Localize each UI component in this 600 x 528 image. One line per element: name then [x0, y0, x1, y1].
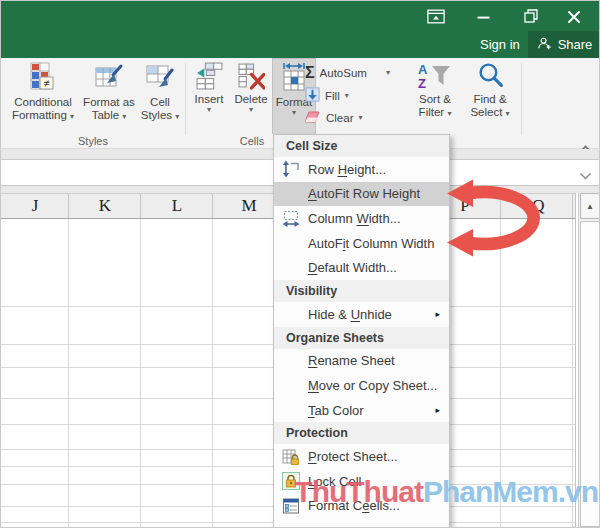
cell-styles-label-line2: Styles ▾	[141, 109, 180, 122]
menu-item-rename-sheet[interactable]: Rename Sheet	[274, 349, 449, 374]
svg-text:A: A	[418, 62, 428, 77]
clear-button[interactable]: Clear ▾	[303, 110, 363, 126]
menu-item-move-copy-sheet[interactable]: Move or Copy Sheet...	[274, 373, 449, 398]
formula-bar-expand-button[interactable]	[579, 166, 592, 184]
dropdown-caret-icon: ▾	[70, 112, 74, 121]
watermark-part1: ThuThuat	[294, 475, 423, 508]
group-divider	[185, 63, 186, 135]
default-width-label: Default Width...	[308, 260, 397, 275]
format-dropdown-menu: Cell Size Row Height... AutoFit Row Heig…	[273, 134, 450, 528]
row-height-label: Row Height...	[308, 162, 386, 177]
conditional-formatting-label-line1: Conditional	[14, 96, 72, 109]
scroll-up-arrow-icon: ▲	[586, 202, 594, 211]
minimize-button[interactable]	[473, 9, 493, 27]
insert-button[interactable]: Insert ▾	[189, 62, 229, 114]
sigma-icon: Σ	[305, 64, 315, 82]
dropdown-caret-icon: ▾	[386, 69, 390, 77]
protect-sheet-label: Protect Sheet...	[308, 449, 398, 464]
close-icon	[568, 9, 580, 27]
delete-button[interactable]: Delete ▾	[231, 62, 271, 114]
fill-button[interactable]: Fill ▾	[305, 87, 349, 104]
clear-label: Clear	[326, 112, 353, 124]
minimize-icon	[477, 9, 490, 27]
menu-section-cell-size: Cell Size	[274, 135, 449, 157]
styles-group-label: Styles	[1, 135, 185, 147]
conditional-formatting-label-line2: Formatting ▾	[12, 109, 74, 122]
share-label: Share	[558, 37, 593, 52]
restore-icon	[524, 9, 538, 27]
column-header-l[interactable]: L	[141, 194, 213, 218]
fill-icon	[305, 87, 320, 104]
cell-styles-button[interactable]: Cell Styles ▾	[137, 62, 183, 122]
menu-item-tab-color[interactable]: Tab Color ▸	[274, 398, 449, 423]
menu-item-protect-sheet[interactable]: Protect Sheet...	[274, 444, 449, 469]
column-header-j[interactable]: J	[1, 194, 69, 218]
close-button[interactable]	[564, 9, 584, 27]
clear-eraser-icon	[303, 110, 321, 126]
group-divider	[521, 63, 522, 135]
format-as-table-icon	[94, 62, 124, 96]
column-width-label: Column Width...	[308, 211, 401, 226]
conditional-formatting-icon: ≠	[28, 62, 58, 96]
hide-unhide-label: Hide & Unhide	[308, 307, 392, 322]
sort-filter-label-line2: Filter ▾	[419, 106, 452, 119]
menu-item-autofit-column-width[interactable]: AutoFit Column Width	[274, 231, 449, 256]
fill-label: Fill	[325, 90, 340, 102]
dropdown-caret-icon: ▾	[122, 112, 126, 121]
annotation-curved-arrow	[446, 178, 540, 266]
restore-button[interactable]	[521, 9, 541, 27]
menu-item-default-width[interactable]: Default Width...	[274, 255, 449, 280]
autofit-column-width-label: AutoFit Column Width	[308, 236, 434, 251]
menu-section-visibility: Visibility	[274, 280, 449, 302]
find-select-label-line1: Find &	[473, 93, 506, 106]
svg-text:Z: Z	[418, 76, 426, 90]
move-copy-sheet-label: Move or Copy Sheet...	[308, 378, 437, 393]
svg-text:≠: ≠	[43, 77, 49, 89]
autofit-row-height-label: AutoFit Row Height	[308, 186, 420, 201]
watermark-part2: PhanMem.vn	[423, 475, 598, 508]
find-select-button[interactable]: Find & Select ▾	[463, 61, 517, 119]
format-as-table-label-line1: Format as	[83, 96, 135, 109]
dropdown-caret-icon: ▾	[207, 106, 211, 114]
menu-item-row-height[interactable]: Row Height...	[274, 157, 449, 182]
sort-filter-button[interactable]: AZ Sort & Filter ▾	[409, 61, 461, 119]
column-header-k[interactable]: K	[69, 194, 141, 218]
cell-styles-label-line1: Cell	[150, 96, 170, 109]
autosum-button[interactable]: Σ AutoSum ▾	[305, 64, 390, 82]
menu-item-autofit-row-height[interactable]: AutoFit Row Height	[274, 182, 449, 207]
cell-styles-icon	[145, 62, 175, 96]
ribbon-display-options-button[interactable]	[425, 9, 447, 27]
ribbon-display-options-icon	[427, 9, 445, 28]
dropdown-caret-icon: ▾	[292, 109, 296, 117]
menu-section-organize-sheets: Organize Sheets	[274, 327, 449, 349]
watermark: ThuThuatPhanMem.vn	[294, 475, 598, 509]
insert-cells-icon	[196, 62, 223, 93]
dropdown-caret-icon: ▾	[358, 114, 362, 122]
format-as-table-button[interactable]: Format as Table ▾	[81, 62, 137, 122]
dropdown-caret-icon: ▾	[175, 112, 179, 121]
find-select-icon	[477, 61, 504, 93]
dropdown-caret-icon: ▾	[506, 109, 510, 118]
autosum-label: AutoSum	[320, 67, 367, 79]
menu-section-protection: Protection	[274, 422, 449, 444]
row-height-icon	[274, 160, 308, 178]
tab-color-label: Tab Color	[308, 403, 364, 418]
menu-item-hide-unhide[interactable]: Hide & Unhide ▸	[274, 302, 449, 327]
dropdown-caret-icon: ▾	[249, 106, 253, 114]
format-as-table-label-line2: Table ▾	[92, 109, 127, 122]
conditional-formatting-button[interactable]: ≠ Conditional Formatting ▾	[7, 62, 79, 122]
sort-filter-icon: AZ	[417, 61, 453, 93]
scroll-up-button[interactable]: ▲	[580, 193, 600, 219]
rename-sheet-label: Rename Sheet	[308, 353, 395, 368]
title-bar: Sign in Share	[1, 1, 600, 58]
share-button[interactable]: Share	[528, 31, 600, 58]
chevron-down-icon	[579, 166, 592, 183]
menu-item-column-width[interactable]: Column Width...	[274, 206, 449, 231]
find-select-label-line2: Select ▾	[470, 106, 509, 119]
delete-cells-icon	[238, 62, 265, 93]
column-width-icon	[274, 209, 308, 227]
sign-in-link[interactable]: Sign in	[480, 37, 520, 52]
submenu-arrow-icon: ▸	[435, 405, 449, 415]
dropdown-caret-icon: ▾	[447, 109, 451, 118]
share-person-icon	[537, 36, 552, 54]
